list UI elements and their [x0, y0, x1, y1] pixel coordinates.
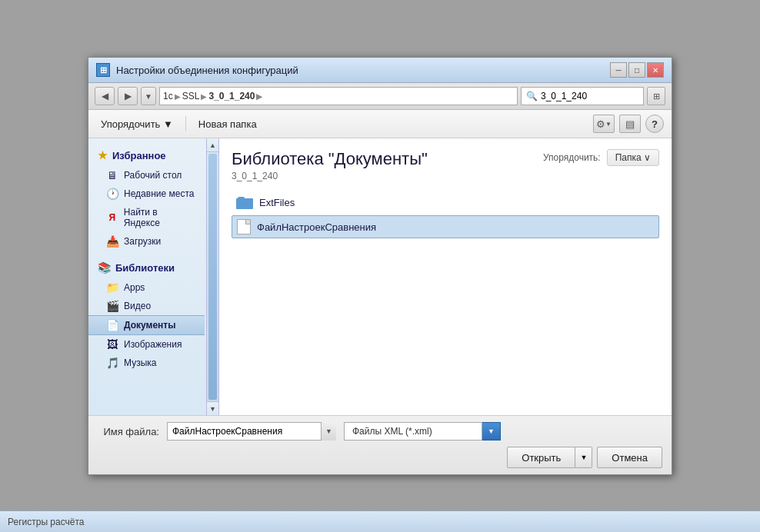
title-controls: ─ □ ✕ — [610, 62, 664, 78]
sidebar-item-documents[interactable]: 📄 Документы — [88, 315, 205, 335]
video-icon: 🎬 — [105, 301, 119, 311]
filetype-dropdown-button[interactable]: ▼ — [482, 422, 501, 441]
recent-icon: 🕐 — [105, 188, 119, 199]
breadcrumb: 1с ▶ SSL ▶ 3_0_1_240 ▶ — [159, 87, 518, 105]
sidebar-item-downloads[interactable]: 📥 Загрузки — [88, 232, 205, 251]
scroll-down-button[interactable]: ▼ — [207, 401, 218, 415]
filename-dropdown-button[interactable]: ▼ — [321, 422, 336, 441]
documents-icon: 📄 — [105, 320, 119, 331]
sidebar-item-desktop[interactable]: 🖥 Рабочий стол — [88, 166, 205, 185]
sort-label: Упорядочить: — [543, 152, 601, 163]
settings-view-button[interactable]: ⚙ ▼ — [593, 115, 615, 133]
filename-input-container: ▼ — [167, 422, 336, 441]
dropdown-arrow-icon: ▼ — [605, 121, 612, 128]
sidebar-item-images[interactable]: 🖼 Изображения — [88, 335, 205, 354]
open-button[interactable]: Открыть — [507, 447, 575, 468]
file-item-settings[interactable]: ФайлНастроекСравнения — [232, 215, 659, 238]
cancel-button[interactable]: Отмена — [597, 447, 662, 468]
file-name-settings: ФайлНастроекСравнения — [257, 221, 376, 233]
search-box: 🔍 — [521, 87, 644, 105]
folder-icon — [236, 195, 253, 209]
yandex-icon: Я — [105, 212, 119, 223]
sidebar-item-music[interactable]: 🎵 Музыка — [88, 354, 205, 372]
breadcrumb-item-ssl[interactable]: SSL ▶ — [182, 91, 208, 101]
back-button[interactable]: ◀ — [95, 87, 115, 105]
help-button[interactable]: ? — [645, 115, 664, 133]
action-row: Открыть ▼ Отмена — [98, 447, 662, 468]
window-title: Настройки объединения конфигураций — [116, 65, 298, 76]
file-area: Библиотека "Документы" 3_0_1_240 Упорядо… — [219, 138, 672, 415]
star-icon: ★ — [98, 149, 108, 161]
open-button-group: Открыть ▼ — [507, 447, 592, 468]
breadcrumb-sep-3: ▶ — [256, 92, 262, 101]
file-name: ExtFiles — [259, 197, 295, 208]
title-bar-left: ⊞ Настройки объединения конфигураций — [96, 63, 298, 77]
file-item-extfiles[interactable]: ExtFiles — [232, 192, 659, 212]
maximize-button[interactable]: □ — [628, 62, 645, 78]
sidebar-favorites-header[interactable]: ★ Избранное — [88, 145, 205, 166]
taskbar-text: Регистры расчёта — [8, 517, 85, 527]
libraries-icon: 📚 — [98, 261, 111, 274]
dialog-window: ⊞ Настройки объединения конфигураций ─ □… — [88, 57, 672, 475]
new-folder-button[interactable]: Новая папка — [194, 116, 262, 132]
images-icon: 🖼 — [105, 339, 119, 350]
open-dropdown-button[interactable]: ▼ — [575, 447, 592, 468]
filename-label: Имя файла: — [98, 426, 159, 437]
address-bar: ◀ ▶ ▼ 1с ▶ SSL ▶ 3_0_1_240 ▶ 🔍 ⊞ — [88, 83, 672, 110]
filename-row: Имя файла: ▼ ▼ — [98, 422, 662, 441]
toolbar: Упорядочить ▼ Новая папка ⚙ ▼ ▤ ? — [88, 110, 672, 138]
scrollbar-thumb — [208, 154, 217, 400]
filename-input[interactable] — [167, 422, 336, 441]
forward-button[interactable]: ▶ — [118, 87, 138, 105]
grid-view-button[interactable]: ⊞ — [647, 87, 665, 105]
libraries-label: Библиотеки — [115, 262, 175, 274]
taskbar-hint: Регистры расчёта — [0, 510, 760, 532]
sidebar: ▲ ▼ ★ Избранное 🖥 Рабочий стол 🕐 Недавни… — [88, 138, 219, 415]
settings-icon: ⚙ — [596, 118, 605, 130]
toolbar-separator — [185, 116, 186, 131]
sidebar-libraries-header[interactable]: 📚 Библиотеки — [88, 257, 205, 278]
sidebar-item-yandex[interactable]: Я Найти в Яндексе — [88, 203, 205, 232]
search-input[interactable] — [541, 91, 625, 101]
layout-view-button[interactable]: ▤ — [619, 115, 641, 133]
sort-button[interactable]: Папка ∨ — [607, 149, 659, 166]
folder-info: Библиотека "Документы" 3_0_1_240 — [232, 149, 428, 181]
dropdown-button[interactable]: ▼ — [141, 87, 156, 105]
favorites-label: Избранное — [112, 150, 166, 161]
close-button[interactable]: ✕ — [647, 62, 664, 78]
breadcrumb-sep: ▶ — [175, 92, 181, 101]
file-list: ExtFiles ФайлНастроекСравнения — [232, 192, 659, 238]
folder-subtitle: 3_0_1_240 — [232, 171, 428, 181]
sidebar-scrollbar: ▲ ▼ — [206, 138, 218, 415]
toolbar-right: ⚙ ▼ ▤ ? — [593, 115, 664, 133]
sidebar-item-apps[interactable]: 📁 Apps — [88, 278, 205, 297]
bottom-bar: Имя файла: ▼ ▼ Открыть ▼ Отмена — [88, 415, 672, 474]
folder-title: Библиотека "Документы" — [232, 149, 428, 169]
sidebar-scroll-area: ★ Избранное 🖥 Рабочий стол 🕐 Недавние ме… — [88, 138, 218, 415]
filetype-select: ▼ — [344, 422, 501, 441]
file-icon — [237, 219, 251, 234]
title-icon: ⊞ — [96, 63, 110, 77]
apps-icon: 📁 — [105, 282, 119, 293]
sort-control: Упорядочить: Папка ∨ — [543, 149, 659, 166]
sidebar-item-video[interactable]: 🎬 Видео — [88, 297, 205, 315]
desktop-icon: 🖥 — [105, 170, 119, 181]
title-bar: ⊞ Настройки объединения конфигураций ─ □… — [88, 58, 672, 83]
breadcrumb-sep-2: ▶ — [201, 92, 207, 101]
sidebar-item-recent[interactable]: 🕐 Недавние места — [88, 185, 205, 203]
organize-button[interactable]: Упорядочить ▼ — [96, 116, 178, 132]
search-icon: 🔍 — [526, 91, 538, 101]
scroll-up-button[interactable]: ▲ — [207, 138, 218, 152]
main-content: ▲ ▼ ★ Избранное 🖥 Рабочий стол 🕐 Недавни… — [88, 138, 672, 415]
breadcrumb-item-1c[interactable]: 1с ▶ — [163, 91, 181, 101]
minimize-button[interactable]: ─ — [610, 62, 627, 78]
downloads-icon: 📥 — [105, 236, 119, 247]
layout-icon: ▤ — [625, 118, 635, 130]
music-icon: 🎵 — [105, 357, 119, 368]
file-area-header: Библиотека "Документы" 3_0_1_240 Упорядо… — [232, 149, 659, 181]
breadcrumb-item-version[interactable]: 3_0_1_240 ▶ — [208, 91, 262, 101]
filetype-input[interactable] — [344, 422, 482, 441]
